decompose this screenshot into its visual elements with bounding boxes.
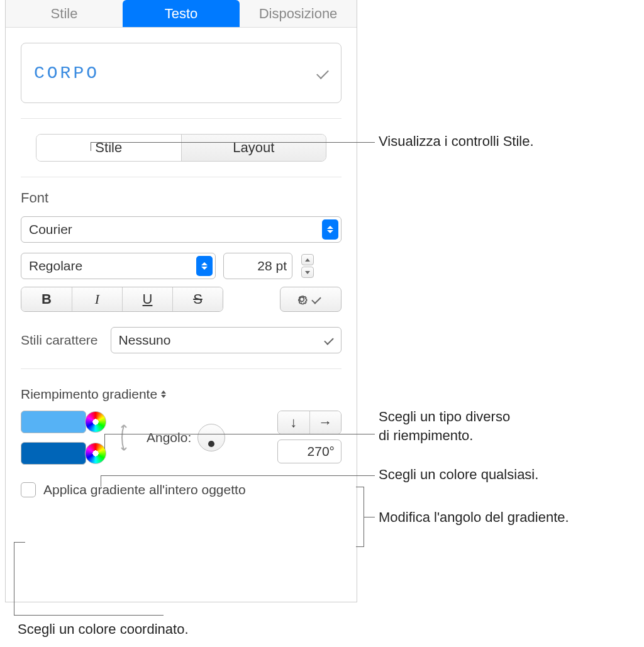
angle-field[interactable]: 270° (277, 440, 341, 463)
angle-label: Angolo: (147, 430, 191, 445)
font-family-popup[interactable]: Courier (21, 216, 341, 243)
top-tabs: Stile Testo Disposizione (6, 0, 357, 28)
font-size-field[interactable]: 28 pt (223, 253, 292, 279)
color-picker-button-2[interactable] (85, 443, 106, 464)
callout-line (14, 542, 25, 543)
font-family-value: Courier (29, 222, 72, 237)
underline-button[interactable]: U (122, 287, 172, 311)
paragraph-style-popup[interactable]: CORPO (21, 43, 341, 103)
callout-line (104, 434, 105, 449)
direction-horizontal-button[interactable]: → (309, 411, 341, 434)
divider (21, 177, 341, 177)
stepper-down-button[interactable] (301, 267, 314, 278)
fill-type-popup[interactable]: Riempimento gradiente (21, 387, 357, 402)
callout-line (14, 542, 14, 615)
apply-whole-object-label: Applica gradiente all'intero oggetto (43, 482, 246, 497)
callout-any-color: Scegli un colore qualsiasi. (379, 465, 538, 484)
callout-style-controls: Visualizza i controlli Stile. (379, 132, 534, 151)
angle-knob-indicator (208, 441, 214, 447)
color-picker-button-1[interactable] (85, 411, 106, 433)
stepper-up-button[interactable] (301, 254, 314, 265)
gradient-controls: Angolo: ↓ → 270° (21, 411, 341, 465)
callout-angle: Modifica l'angolo del gradiente. (379, 508, 569, 527)
inspector-panel: Stile Testo Disposizione CORPO Stile Lay… (5, 0, 357, 602)
gear-icon (296, 293, 308, 306)
updown-arrows-icon (161, 390, 166, 398)
divider (21, 368, 341, 369)
callout-fill-type: Scegli un tipo diversodi riempimento. (379, 407, 510, 445)
angle-value: 270° (308, 444, 335, 459)
callout-line (91, 142, 91, 151)
callout-line (91, 142, 375, 143)
direction-segment: ↓ → (277, 411, 341, 434)
divider (21, 118, 341, 119)
callout-line (104, 434, 375, 434)
chevron-down-icon (324, 335, 334, 345)
fill-type-label: Riempimento gradiente (21, 387, 157, 402)
sub-tab-style[interactable]: Stile (36, 135, 181, 161)
callout-line (101, 475, 101, 487)
char-styles-popup[interactable]: Nessuno (111, 327, 341, 353)
font-size-stepper (301, 254, 314, 278)
tab-arrange[interactable]: Disposizione (240, 0, 357, 27)
font-size-value: 28 pt (257, 258, 287, 274)
paragraph-style-label: CORPO (34, 64, 99, 83)
chevron-down-icon (316, 67, 329, 79)
callout-matching-color: Scegli un colore coordinato. (18, 620, 189, 639)
font-weight-value: Regolare (29, 258, 82, 274)
bold-button[interactable]: B (21, 287, 72, 311)
font-weight-popup[interactable]: Regolare (21, 253, 216, 279)
callout-line (14, 615, 164, 616)
swap-colors-button[interactable] (118, 419, 135, 456)
sub-tabs: Stile Layout (36, 134, 326, 162)
style-segment-group: B I U S (21, 287, 223, 312)
tab-text[interactable]: Testo (123, 0, 240, 27)
font-heading: Font (21, 190, 357, 206)
char-styles-value: Nessuno (119, 333, 171, 348)
gradient-color-well-2[interactable] (21, 442, 86, 465)
tab-style[interactable]: Stile (6, 0, 123, 27)
updown-arrows-icon (322, 219, 338, 240)
gradient-color-well-1[interactable] (21, 411, 86, 433)
advanced-options-button[interactable] (280, 287, 341, 312)
sub-tab-layout[interactable]: Layout (181, 135, 326, 161)
italic-button[interactable]: I (72, 287, 122, 311)
chevron-down-icon (311, 294, 321, 304)
strikethrough-button[interactable]: S (172, 287, 223, 311)
apply-whole-object-checkbox[interactable] (21, 482, 36, 497)
char-styles-label: Stili carattere (21, 333, 98, 348)
direction-vertical-button[interactable]: ↓ (278, 411, 309, 434)
callout-line (364, 517, 375, 517)
callout-line (101, 475, 375, 476)
angle-knob[interactable] (197, 424, 225, 451)
updown-arrows-icon (196, 256, 213, 276)
